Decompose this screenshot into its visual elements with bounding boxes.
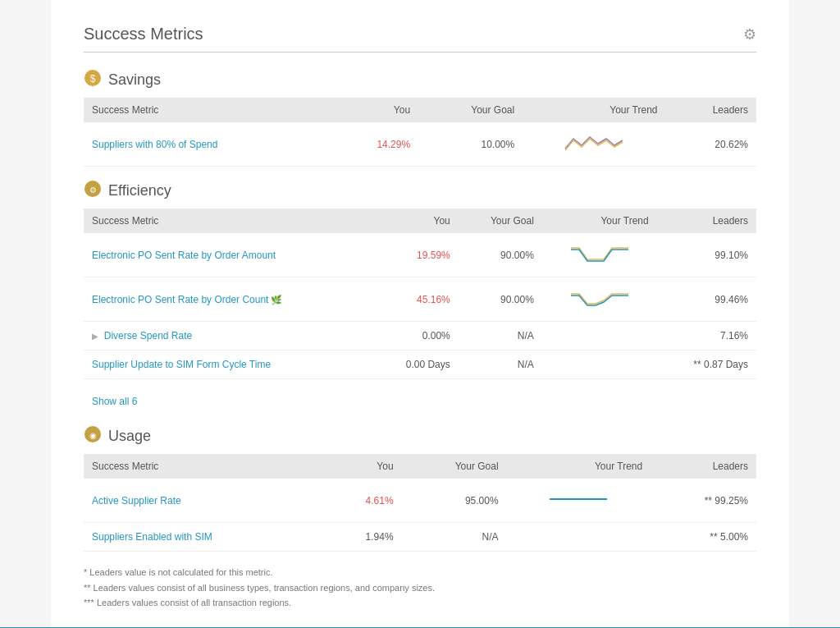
goal-value: N/A bbox=[402, 523, 507, 552]
expand-icon[interactable]: ▶ bbox=[92, 332, 101, 341]
col-header-your-goal: Your Goal bbox=[459, 209, 542, 233]
section-icon-efficiency: ⚙ bbox=[84, 180, 102, 202]
leaders-value: ** 5.00% bbox=[651, 523, 756, 552]
you-value-red: 19.59% bbox=[417, 250, 450, 261]
you-value-red: 45.16% bbox=[417, 294, 450, 305]
you-value: 45.16% bbox=[373, 277, 459, 322]
metrics-table-usage: Success MetricYouYour GoalYour TrendLead… bbox=[84, 454, 756, 552]
goal-value: 90.00% bbox=[459, 277, 542, 322]
col-header-success-metric: Success Metric bbox=[84, 98, 331, 122]
section-title-efficiency: Efficiency bbox=[108, 182, 171, 199]
svg-text:$: $ bbox=[90, 73, 96, 85]
section-savings: $SavingsSuccess MetricYouYour GoalYour T… bbox=[84, 69, 756, 167]
section-efficiency: ⚙EfficiencySuccess MetricYouYour GoalYou… bbox=[84, 180, 756, 417]
metric-link[interactable]: Active Supplier Rate bbox=[92, 495, 181, 507]
show-all-link[interactable]: Show all 6 bbox=[84, 392, 145, 417]
leaders-value: 99.46% bbox=[657, 277, 756, 322]
metric-link[interactable]: Electronic PO Sent Rate by Order Amount bbox=[92, 250, 276, 261]
table-row: Supplier Update to SIM Form Cycle Time0.… bbox=[84, 351, 756, 379]
col-header-your-trend: Your Trend bbox=[507, 454, 651, 479]
trend-sparkline bbox=[507, 479, 651, 523]
metrics-table-efficiency: Success MetricYouYour GoalYour TrendLead… bbox=[84, 209, 756, 379]
leaders-value: ** 0.87 Days bbox=[657, 351, 756, 379]
footnotes: * Leaders value is not calculated for th… bbox=[84, 565, 756, 611]
goal-value: N/A bbox=[459, 322, 542, 351]
col-header-success-metric: Success Metric bbox=[84, 454, 324, 479]
table-row: ▶ Diverse Spend Rate0.00%N/A7.16% bbox=[84, 322, 756, 351]
goal-value: N/A bbox=[459, 351, 542, 379]
table-row: Active Supplier Rate4.61%95.00% ** 99.25… bbox=[84, 479, 756, 523]
col-header-success-metric: Success Metric bbox=[84, 209, 373, 233]
you-value: 1.94% bbox=[324, 523, 402, 552]
you-value-red: 4.61% bbox=[366, 495, 394, 507]
table-row: Electronic PO Sent Rate by Order Count 🌿… bbox=[84, 277, 756, 322]
metric-link[interactable]: Supplier Update to SIM Form Cycle Time bbox=[92, 359, 271, 370]
col-header-your-goal: Your Goal bbox=[402, 454, 507, 479]
metric-link[interactable]: Suppliers with 80% of Spend bbox=[92, 139, 217, 150]
col-header-your-trend: Your Trend bbox=[542, 209, 657, 233]
goal-value: 95.00% bbox=[402, 479, 507, 523]
section-header-savings: $Savings bbox=[84, 69, 756, 91]
col-header-your-goal: Your Goal bbox=[418, 98, 523, 122]
section-icon-savings: $ bbox=[84, 69, 102, 91]
trend-sparkline bbox=[523, 122, 665, 167]
section-header-usage: ◉Usage bbox=[84, 425, 756, 447]
table-row: Electronic PO Sent Rate by Order Amount1… bbox=[84, 233, 756, 277]
leaders-value: 7.16% bbox=[657, 322, 756, 351]
section-icon-usage: ◉ bbox=[84, 425, 102, 447]
table-row: Suppliers with 80% of Spend14.29%10.00% … bbox=[84, 122, 756, 167]
section-header-efficiency: ⚙Efficiency bbox=[84, 180, 756, 202]
metric-link[interactable]: Electronic PO Sent Rate by Order Count bbox=[92, 294, 268, 305]
you-value: 19.59% bbox=[373, 233, 459, 277]
trend-sparkline bbox=[542, 233, 657, 277]
page-title: Success Metrics bbox=[84, 25, 203, 44]
col-header-you: You bbox=[373, 209, 459, 233]
col-header-you: You bbox=[331, 98, 418, 122]
section-title-savings: Savings bbox=[108, 71, 161, 89]
table-row: Suppliers Enabled with SIM1.94%N/A** 5.0… bbox=[84, 523, 756, 552]
you-value-red: 14.29% bbox=[377, 139, 410, 150]
you-value: 0.00 Days bbox=[373, 351, 459, 379]
you-value: 0.00% bbox=[373, 322, 459, 351]
trend-sparkline bbox=[542, 351, 657, 379]
col-header-leaders: Leaders bbox=[651, 454, 756, 479]
trend-sparkline bbox=[542, 277, 657, 322]
leaders-value: ** 99.25% bbox=[651, 479, 756, 523]
svg-text:◉: ◉ bbox=[89, 431, 97, 440]
section-usage: ◉UsageSuccess MetricYouYour GoalYour Tre… bbox=[84, 425, 756, 552]
metric-link[interactable]: Suppliers Enabled with SIM bbox=[92, 531, 212, 543]
trend-sparkline bbox=[507, 523, 651, 552]
goal-value: 90.00% bbox=[459, 233, 542, 277]
col-header-you: You bbox=[324, 454, 402, 479]
metrics-table-savings: Success MetricYouYour GoalYour TrendLead… bbox=[84, 98, 756, 167]
col-header-leaders: Leaders bbox=[657, 209, 756, 233]
col-header-your-trend: Your Trend bbox=[523, 98, 665, 122]
metric-link[interactable]: Diverse Spend Rate bbox=[104, 330, 192, 342]
trend-sparkline bbox=[542, 322, 657, 351]
goal-value: 10.00% bbox=[418, 122, 523, 167]
leaders-value: 20.62% bbox=[666, 122, 756, 167]
svg-text:⚙: ⚙ bbox=[89, 186, 97, 195]
leaders-value: 99.10% bbox=[657, 233, 756, 277]
you-value: 14.29% bbox=[331, 122, 418, 167]
leaf-icon: 🌿 bbox=[268, 295, 282, 305]
you-value: 4.61% bbox=[324, 479, 402, 523]
settings-icon[interactable]: ⚙ bbox=[743, 25, 756, 44]
col-header-leaders: Leaders bbox=[666, 98, 756, 122]
section-title-usage: Usage bbox=[108, 428, 151, 445]
